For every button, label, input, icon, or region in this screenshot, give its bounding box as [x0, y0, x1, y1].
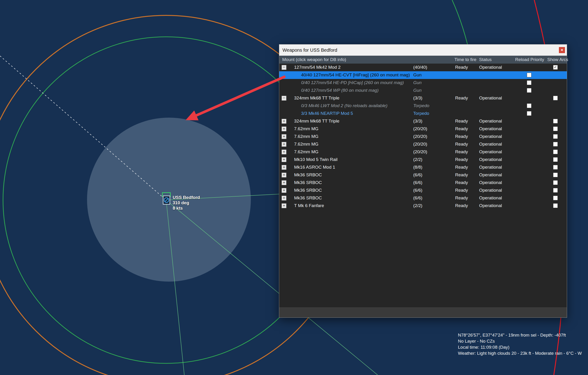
mount-row[interactable]: +324mm Mk68 TT Triple(3/3)ReadyOperation…	[279, 117, 567, 125]
mount-status: Operational	[479, 203, 502, 208]
weapon-row[interactable]: 3/3 Mk46 NEARTIP Mod 5Torpedo	[279, 110, 567, 117]
expand-toggle-icon[interactable]: −	[282, 96, 286, 101]
ammo-count: (20/20)	[413, 142, 427, 147]
show-arcs-checkbox[interactable]	[553, 157, 558, 162]
show-arcs-checkbox[interactable]	[553, 196, 558, 200]
expand-toggle-icon[interactable]: +	[282, 180, 286, 185]
status-layer: No Layer - No CZs	[458, 338, 582, 344]
mount-name[interactable]: Mk36 SRBOC	[294, 188, 322, 193]
weapon-row[interactable]: 0/3 Mk46 LWT Mod 2 (No reloads available…	[279, 102, 567, 110]
show-arcs-checkbox[interactable]	[553, 173, 558, 177]
expand-toggle-icon[interactable]: +	[282, 165, 286, 170]
mount-name[interactable]: 127mm/54 Mk42 Mod 2	[294, 65, 341, 70]
ammo-count: (6/6)	[413, 172, 422, 177]
show-arcs-checkbox[interactable]	[553, 134, 558, 139]
show-arcs-checkbox[interactable]	[553, 96, 558, 100]
weapon-row[interactable]: 0/40 127mm/54 WP (80 on mount mag)Gun	[279, 87, 567, 94]
expand-toggle-icon[interactable]: −	[282, 65, 286, 70]
status-weather: Weather: Light high clouds 20 - 23k ft -…	[458, 350, 582, 356]
status-local-time: Local time: 11:09:08 (Day)	[458, 344, 582, 350]
show-arcs-checkbox[interactable]	[553, 180, 558, 185]
status-coordinates: N78°26'57", E37°47'24" - 19nm from sel -…	[458, 332, 582, 338]
mount-row[interactable]: +7.62mm MG(20/20)ReadyOperational	[279, 141, 567, 148]
weapon-name[interactable]: 0/40 127mm/54 HE-PD [HiCap] (260 on moun…	[301, 80, 404, 85]
mount-name[interactable]: Mk10 Mod 5 Twin Rail	[294, 157, 338, 162]
weapon-name[interactable]: 0/3 Mk46 LWT Mod 2 (No reloads available…	[301, 103, 388, 108]
mount-name[interactable]: Mk36 SRBOC	[294, 180, 322, 185]
expand-toggle-icon[interactable]: +	[282, 142, 286, 147]
header-reload-priority: Reload Priority	[515, 57, 544, 62]
mount-name[interactable]: 324mm Mk68 TT Triple	[294, 119, 339, 124]
mount-name[interactable]: Mk16 ASROC Mod 1	[294, 165, 335, 170]
ship-speed: 8 kts	[173, 205, 200, 211]
mount-row[interactable]: +Mk36 SRBOC(6/6)ReadyOperational	[279, 194, 567, 202]
expand-toggle-icon[interactable]: +	[282, 157, 286, 162]
mount-row[interactable]: +7.62mm MG(20/20)ReadyOperational	[279, 133, 567, 141]
ammo-count: (2/2)	[413, 203, 422, 208]
mount-name[interactable]: Mk36 SRBOC	[294, 195, 322, 200]
reload-priority-checkbox[interactable]	[527, 73, 531, 77]
mount-name[interactable]: 324mm Mk68 TT Triple	[294, 96, 339, 101]
show-arcs-checkbox[interactable]	[553, 150, 558, 154]
mount-row[interactable]: +Mk36 SRBOC(6/6)ReadyOperational	[279, 171, 567, 179]
show-arcs-checkbox[interactable]	[553, 119, 558, 123]
time-to-fire: Ready	[455, 149, 468, 154]
table-header: Mount (click weapon for DB info) Time to…	[279, 56, 567, 64]
mount-row[interactable]: +Mk36 SRBOC(6/6)ReadyOperational	[279, 187, 567, 194]
expand-toggle-icon[interactable]: +	[282, 126, 286, 131]
mount-row[interactable]: −324mm Mk68 TT Triple(3/3)ReadyOperation…	[279, 94, 567, 102]
window-titlebar[interactable]: Weapons for USS Bedford ✕	[279, 44, 567, 56]
show-arcs-checkbox[interactable]	[553, 165, 558, 170]
time-to-fire: Ready	[455, 180, 468, 185]
weapon-type: Torpedo	[413, 111, 429, 116]
mount-row[interactable]: −127mm/54 Mk42 Mod 2(40/40)ReadyOperatio…	[279, 64, 567, 71]
weapon-name[interactable]: 3/3 Mk46 NEARTIP Mod 5	[301, 111, 353, 116]
mount-name[interactable]: T Mk 6 Fanfare	[294, 203, 324, 208]
ship-label: USS Bedford 310 deg 8 kts	[173, 195, 200, 211]
mount-name[interactable]: 7.62mm MG	[294, 126, 319, 131]
mount-row[interactable]: +Mk16 ASROC Mod 1(8/8)ReadyOperational	[279, 164, 567, 171]
weapon-row[interactable]: 0/40 127mm/54 HE-PD [HiCap] (260 on moun…	[279, 79, 567, 87]
show-arcs-checkbox[interactable]	[553, 188, 558, 193]
weapons-table-body: −127mm/54 Mk42 Mod 2(40/40)ReadyOperatio…	[279, 64, 567, 210]
reload-priority-checkbox[interactable]	[527, 103, 531, 108]
expand-toggle-icon[interactable]: +	[282, 203, 286, 208]
mount-name[interactable]: Mk36 SRBOC	[294, 172, 322, 177]
expand-toggle-icon[interactable]: +	[282, 196, 286, 200]
ammo-count: (6/6)	[413, 188, 422, 193]
expand-toggle-icon[interactable]: +	[282, 188, 286, 193]
mount-status: Operational	[479, 119, 502, 124]
show-arcs-checkbox[interactable]	[553, 203, 558, 208]
reload-priority-checkbox[interactable]	[527, 88, 531, 93]
time-to-fire: Ready	[455, 134, 468, 139]
reload-priority-checkbox[interactable]	[527, 111, 531, 116]
show-arcs-checkbox[interactable]	[553, 126, 558, 131]
mount-name[interactable]: 7.62mm MG	[294, 134, 319, 139]
expand-toggle-icon[interactable]: +	[282, 134, 286, 139]
expand-toggle-icon[interactable]: +	[282, 173, 286, 177]
weapon-name[interactable]: 40/40 127mm/54 HE-CVT [HiFrag] (260 on m…	[301, 72, 410, 77]
close-button[interactable]: ✕	[559, 47, 565, 53]
header-show-arcs: Show Arcs	[547, 57, 568, 62]
ammo-count: (20/20)	[413, 126, 427, 131]
mount-name[interactable]: 7.62mm MG	[294, 142, 319, 147]
mount-name[interactable]: 7.62mm MG	[294, 149, 319, 154]
expand-toggle-icon[interactable]: +	[282, 150, 286, 154]
weapon-row[interactable]: 40/40 127mm/54 HE-CVT [HiFrag] (260 on m…	[279, 71, 567, 79]
mount-status: Operational	[479, 195, 502, 200]
weapon-name[interactable]: 0/40 127mm/54 WP (80 on mount mag)	[301, 88, 378, 93]
ship-icon[interactable]	[161, 191, 173, 207]
mount-status: Operational	[479, 188, 502, 193]
show-arcs-checkbox[interactable]: ✓	[553, 65, 558, 70]
mount-row[interactable]: +Mk10 Mod 5 Twin Rail(2/2)ReadyOperation…	[279, 156, 567, 164]
ship-name: USS Bedford	[173, 195, 200, 200]
mount-row[interactable]: +Mk36 SRBOC(6/6)ReadyOperational	[279, 179, 567, 187]
reload-priority-checkbox[interactable]	[527, 80, 531, 85]
expand-toggle-icon[interactable]: +	[282, 119, 286, 124]
weapons-window: Weapons for USS Bedford ✕ Mount (click w…	[279, 44, 567, 318]
show-arcs-checkbox[interactable]	[553, 142, 558, 146]
mount-row[interactable]: +T Mk 6 Fanfare(2/2)ReadyOperational	[279, 202, 567, 210]
ammo-count: (2/2)	[413, 157, 422, 162]
mount-row[interactable]: +7.62mm MG(20/20)ReadyOperational	[279, 148, 567, 156]
mount-row[interactable]: +7.62mm MG(20/20)ReadyOperational	[279, 125, 567, 133]
